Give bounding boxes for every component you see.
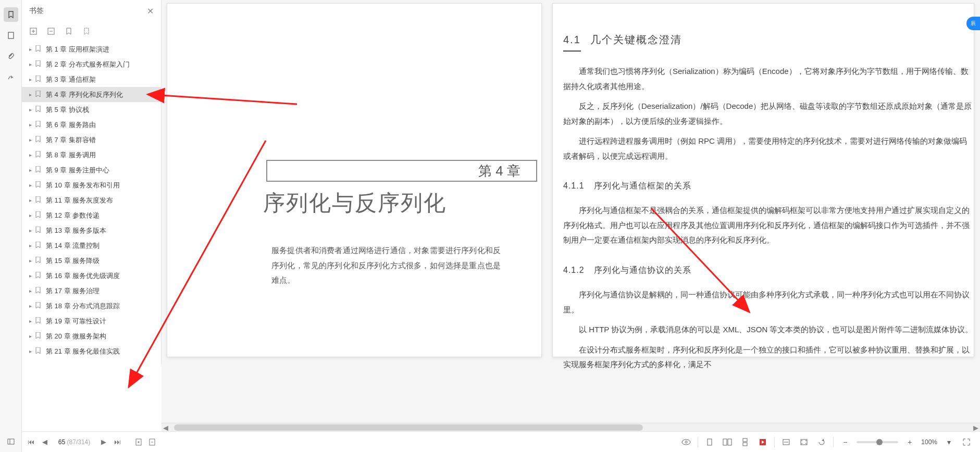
expand-arrow-icon[interactable]: ▸: [29, 288, 34, 294]
bookmark-item[interactable]: ▸第 2 章 分布式服务框架入门: [22, 57, 161, 72]
fit-width-icon[interactable]: [780, 436, 792, 448]
expand-arrow-icon[interactable]: ▸: [29, 137, 34, 143]
bookmark-item[interactable]: ▸第 17 章 服务治理: [22, 283, 161, 298]
expand-arrow-icon[interactable]: ▸: [29, 348, 34, 354]
bookmark-item[interactable]: ▸第 9 章 服务注册中心: [22, 162, 161, 178]
bookmark-label: 第 11 章 服务灰度发布: [46, 196, 113, 205]
expand-arrow-icon[interactable]: ▸: [29, 122, 34, 128]
expand-arrow-icon[interactable]: ▸: [29, 318, 34, 324]
thumbnails-icon[interactable]: [4, 28, 18, 43]
bookmark-icon: [35, 76, 43, 83]
bookmark-icon: [35, 196, 43, 204]
last-page-icon[interactable]: ⏭: [112, 436, 122, 448]
expand-arrow-icon[interactable]: ▸: [29, 258, 34, 263]
add-page-icon[interactable]: [133, 436, 144, 448]
zoom-dropdown-icon[interactable]: ▾: [942, 436, 955, 448]
rotate-icon[interactable]: [815, 436, 828, 448]
assistant-badge-icon[interactable]: 辰: [966, 17, 980, 30]
bookmark-item[interactable]: ▸第 4 章 序列化和反序列化: [22, 87, 161, 102]
bookmark-item[interactable]: ▸第 3 章 通信框架: [22, 72, 161, 87]
zoom-knob[interactable]: [876, 439, 883, 445]
expand-arrow-icon[interactable]: ▸: [29, 107, 34, 112]
horizontal-scrollbar[interactable]: ◀ ▶: [162, 423, 980, 431]
bottom-toolbar: − + 100% ▾: [162, 431, 980, 452]
sidebar-header: 书签 ✕: [22, 0, 161, 22]
bookmark-item[interactable]: ▸第 21 章 服务化最佳实践: [22, 344, 161, 359]
paragraph: 进行远程跨进程服务调用时（例如 RPC 调用），需要使用特定的序列化技术，需要对…: [563, 134, 974, 164]
bookmark-item[interactable]: ▸第 16 章 服务优先级调度: [22, 268, 161, 283]
bookmark-icon: [35, 302, 43, 310]
bookmark-label: 第 6 章 服务路由: [46, 120, 96, 130]
scroll-left-icon[interactable]: ◀: [162, 423, 170, 432]
bookmark-item[interactable]: ▸第 7 章 集群容错: [22, 132, 161, 147]
signature-icon[interactable]: [4, 70, 18, 84]
expand-arrow-icon[interactable]: ▸: [29, 212, 34, 218]
bookmark-item[interactable]: ▸第 12 章 参数传递: [22, 208, 161, 223]
expand-arrow-icon[interactable]: ▸: [29, 303, 34, 309]
bookmark-item[interactable]: ▸第 13 章 服务多版本: [22, 223, 161, 238]
expand-arrow-icon[interactable]: ▸: [29, 243, 34, 248]
paragraph: 在设计分布式服务框架时，序列化和反序列化是一个独立的接口和插件，它可以被多种协议…: [563, 343, 974, 372]
bookmark-item[interactable]: ▸第 8 章 服务调用: [22, 147, 161, 162]
expand-arrow-icon[interactable]: ▸: [29, 182, 34, 188]
scroll-thumb[interactable]: [174, 424, 643, 431]
svg-rect-16: [723, 439, 727, 445]
separator: [833, 437, 834, 447]
paragraph: 通常我们也习惯将序列化（Serialization）称为编码（Encode），它…: [563, 64, 974, 94]
bookmark-item[interactable]: ▸第 14 章 流量控制: [22, 238, 161, 253]
fullscreen-icon[interactable]: [960, 436, 973, 448]
fit-page-icon[interactable]: [798, 436, 810, 448]
bookmark-item[interactable]: ▸第 11 章 服务灰度发布: [22, 193, 161, 208]
svg-rect-1: [8, 439, 14, 444]
bookmark-icon: [35, 227, 43, 234]
two-page-icon[interactable]: [721, 436, 734, 448]
bookmark-item[interactable]: ▸第 15 章 服务降级: [22, 253, 161, 268]
sidebar-title: 书签: [29, 6, 44, 16]
single-page-icon[interactable]: [703, 436, 716, 448]
eye-icon[interactable]: [680, 436, 692, 448]
expand-arrow-icon[interactable]: ▸: [29, 152, 34, 158]
expand-arrow-icon[interactable]: ▸: [29, 77, 34, 82]
expand-arrow-icon[interactable]: ▸: [29, 197, 34, 203]
bookmark-item[interactable]: ▸第 5 章 协议栈: [22, 102, 161, 117]
expand-all-icon[interactable]: [28, 26, 39, 36]
expand-arrow-icon[interactable]: ▸: [29, 61, 34, 67]
expand-arrow-icon[interactable]: ▸: [29, 92, 34, 97]
expand-arrow-icon[interactable]: ▸: [29, 46, 34, 52]
bookmark-label: 第 7 章 集群容错: [46, 135, 96, 145]
bookmark-label: 第 4 章 序列化和反序列化: [46, 90, 123, 99]
bookmark-icon: [35, 272, 43, 280]
bookmark-panel-icon[interactable]: [4, 7, 18, 22]
expand-arrow-icon[interactable]: ▸: [29, 167, 34, 173]
bookmark-item[interactable]: ▸第 19 章 可靠性设计: [22, 313, 161, 329]
panel-toggle-icon[interactable]: [4, 434, 18, 449]
remove-page-icon[interactable]: [147, 436, 157, 448]
bookmark-outline-icon[interactable]: [81, 26, 92, 36]
scroll-right-icon[interactable]: ▶: [972, 423, 980, 432]
bookmark-item[interactable]: ▸第 10 章 服务发布和引用: [22, 178, 161, 193]
bookmark-label: 第 17 章 服务治理: [46, 286, 100, 296]
first-page-icon[interactable]: ⏮: [26, 436, 36, 448]
bookmark-item[interactable]: ▸第 20 章 微服务架构: [22, 329, 161, 344]
prev-page-icon[interactable]: ◀: [40, 436, 50, 448]
expand-arrow-icon[interactable]: ▸: [29, 333, 34, 339]
page-nav: ⏮ ◀ 65 (87/314) ▶ ⏭: [22, 431, 162, 452]
expand-arrow-icon[interactable]: ▸: [29, 273, 34, 279]
zoom-in-icon[interactable]: +: [903, 436, 916, 448]
zoom-out-icon[interactable]: −: [839, 436, 851, 448]
bookmark-label: 第 5 章 协议栈: [46, 105, 89, 115]
separator: [774, 437, 775, 447]
read-mode-icon[interactable]: [756, 436, 769, 448]
collapse-all-icon[interactable]: [46, 26, 56, 36]
expand-arrow-icon[interactable]: ▸: [29, 228, 34, 233]
bookmark-item[interactable]: ▸第 18 章 分布式消息跟踪: [22, 298, 161, 313]
continuous-icon[interactable]: [739, 436, 751, 448]
bookmark-item[interactable]: ▸第 1 章 应用框架演进: [22, 42, 161, 57]
close-icon[interactable]: ✕: [147, 6, 154, 16]
bookmark-item[interactable]: ▸第 6 章 服务路由: [22, 117, 161, 132]
bookmark-add-icon[interactable]: [64, 26, 74, 36]
attachments-icon[interactable]: [4, 49, 18, 64]
next-page-icon[interactable]: ▶: [98, 436, 109, 448]
zoom-slider[interactable]: [857, 441, 898, 443]
page-indicator[interactable]: 65 (87/314): [53, 438, 95, 446]
